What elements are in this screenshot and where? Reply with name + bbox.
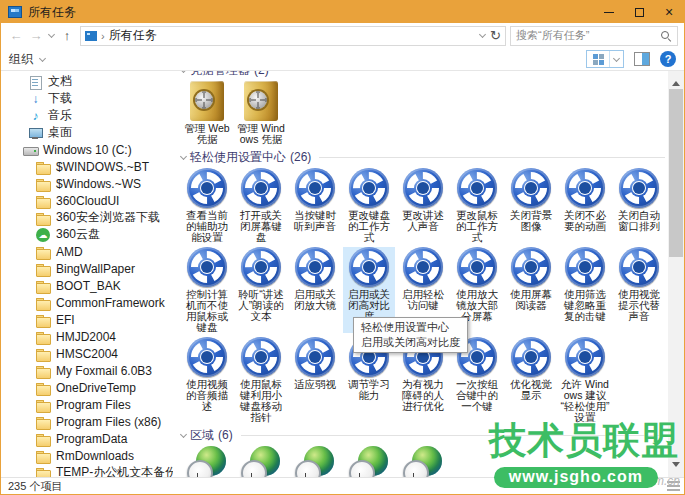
sidebar-item[interactable]: RmDownloads [1,447,173,464]
close-button[interactable]: × [654,1,684,23]
task-tile[interactable]: 更改键盘的工作方式 [343,168,395,243]
recent-locations-chevron-icon[interactable] [47,31,56,40]
sidebar-item[interactable]: 360CloudUI [1,192,173,209]
sidebar-item-label: AMD [56,245,83,259]
task-tile[interactable]: 关闭背景图像 [505,168,557,243]
task-tile[interactable]: 更改日期 [289,446,341,477]
sidebar-item[interactable]: OneDriveTemp [1,379,173,396]
sidebar-item-label: $WINDOWS.~BT [56,160,149,174]
sidebar-item[interactable]: BOOT_BAK [1,277,173,294]
sidebar-item[interactable]: Program Files [1,396,173,413]
sidebar-item-icon [36,415,51,429]
task-label: 关闭不必要的动画 [559,210,611,232]
group-title: 区域 [190,427,214,444]
sidebar-item[interactable]: 音乐 [1,107,173,124]
sidebar-item[interactable]: 360云盘 [1,226,173,243]
sidebar-item[interactable]: Windows 10 (C:) [1,141,173,158]
refresh-icon[interactable]: ↻ [490,28,501,43]
globe-clock-icon [349,446,389,477]
sidebar-item[interactable]: AMD [1,243,173,260]
sidebar-item[interactable]: 文档 [1,73,173,90]
group-header[interactable]: 凭据管理器 (2) [179,71,665,77]
organize-button[interactable]: 组织 [9,51,47,68]
task-tile[interactable]: 聆听“讲述人”朗读的文本 [235,247,287,333]
change-view-button[interactable] [586,50,624,68]
maximize-icon [635,8,644,17]
task-tile[interactable]: 打开或关闭屏幕键盘 [235,168,287,243]
collapse-chevron-icon[interactable] [179,431,188,440]
sidebar-item[interactable]: HMJD2004 [1,328,173,345]
task-tile[interactable]: 管理 Windows 凭据 [235,81,287,145]
sidebar-item[interactable]: EFI [1,311,173,328]
task-tile[interactable]: 管理 Web 凭据 [181,81,233,145]
address-dropdown-chevron-icon[interactable] [478,31,487,40]
ease-of-access-icon [619,168,659,208]
safe-icon [244,81,278,121]
sidebar-item-label: 桌面 [48,124,72,141]
sidebar-item[interactable]: ProgramData [1,430,173,447]
maximize-button[interactable] [624,1,654,23]
minimize-button[interactable] [594,1,624,23]
organize-label: 组织 [9,51,33,68]
sidebar-item[interactable]: 360安全浏览器下载 [1,209,173,226]
sidebar-item[interactable]: TEMP-办公机文本备份 [1,464,173,477]
scrollbar-thumb[interactable] [669,89,683,257]
task-tile[interactable]: 关闭不必要的动画 [559,168,611,243]
sidebar-item[interactable]: BingWallPaper [1,260,173,277]
task-tile[interactable]: 当按键时听到声音 [289,168,341,243]
sidebar-item-label: 音乐 [48,107,72,124]
section-ease-of-access: 轻松使用设置中心 (26) 查看当前的辅助功能设置 打开或关闭屏幕键盘 [177,150,667,425]
task-tile[interactable]: 关闭自动窗口排列 [613,168,665,243]
task-tile[interactable]: 使用视觉提示代替声音 [613,247,665,333]
task-tile[interactable]: 更改度量单 [181,446,233,477]
help-button[interactable]: ? [660,51,676,67]
back-button[interactable]: ← [7,28,25,43]
task-tile[interactable]: 控制计算机而不使用鼠标或键盘 [181,247,233,333]
task-tile[interactable]: 启用或关闭放大镜 [289,247,341,333]
task-tile[interactable]: 更改货币的 [235,446,287,477]
task-tile[interactable]: 允许 Windows 建议“轻松使用”设置 [559,337,611,423]
breadcrumb[interactable]: 所有任务 [109,27,157,44]
task-tile[interactable]: 优化视觉显示 [505,337,557,423]
sidebar-item[interactable]: 桌面 [1,124,173,141]
search-box[interactable]: 搜索“所有任务” [510,26,678,46]
address-bar[interactable]: › 所有任务 ↻ [80,26,506,46]
sidebar-item-label: 360CloudUI [56,194,119,208]
collapse-chevron-icon[interactable] [179,153,188,162]
task-tile[interactable]: 使用视频的音频描述 [181,337,233,423]
ease-of-access-icon [403,247,443,287]
task-tile[interactable]: 使用鼠标键利用小键盘移动指针 [235,337,287,423]
minimize-icon [604,12,614,13]
task-tile[interactable]: 适应弱视 [289,337,341,423]
task-tile[interactable]: 使用屏幕阅读器 [505,247,557,333]
sidebar-item-label: 文档 [48,73,72,90]
ease-of-access-icon [511,247,551,287]
sidebar-item[interactable]: $Windows.~WS [1,175,173,192]
task-tile[interactable]: 更改鼠标的工作方式 [451,168,503,243]
sidebar-item[interactable]: My Foxmail 6.0B3 [1,362,173,379]
task-tile[interactable]: 更改日期和 [343,446,395,477]
task-tile[interactable]: 使用筛选键忽略重复的击键 [559,247,611,333]
sidebar-item[interactable]: 下载 [1,90,173,107]
task-label: 启用轻松访问键 [397,289,449,311]
scroll-up-arrow-icon[interactable] [672,77,680,86]
task-tile[interactable]: 查看当前的辅助功能设置 [181,168,233,243]
sidebar-item[interactable]: $WINDOWS.~BT [1,158,173,175]
sidebar-item[interactable]: CommonFramework [1,294,173,311]
sidebar-item[interactable]: HMSC2004 [1,345,173,362]
sidebar-item-label: EFI [56,313,75,327]
icons-view-segment[interactable] [587,51,609,67]
sidebar-scroll-down-chevron-icon[interactable] [113,465,122,474]
task-tile[interactable]: 更改时间的 [397,446,449,477]
search-icon[interactable] [660,30,672,42]
up-button[interactable]: ↑ [58,28,76,43]
group-header[interactable]: 轻松使用设置中心 (26) [179,150,665,164]
task-label: 更改讲述人声音 [397,210,449,232]
preview-pane-button[interactable] [634,52,650,66]
forward-button[interactable]: → [27,28,45,43]
view-dropdown-button[interactable] [609,51,623,67]
task-tile[interactable]: 更改讲述人声音 [397,168,449,243]
sidebar-item[interactable]: Program Files (x86) [1,413,173,430]
collapse-chevron-icon[interactable] [179,71,188,75]
sidebar-item-label: HMJD2004 [56,330,116,344]
